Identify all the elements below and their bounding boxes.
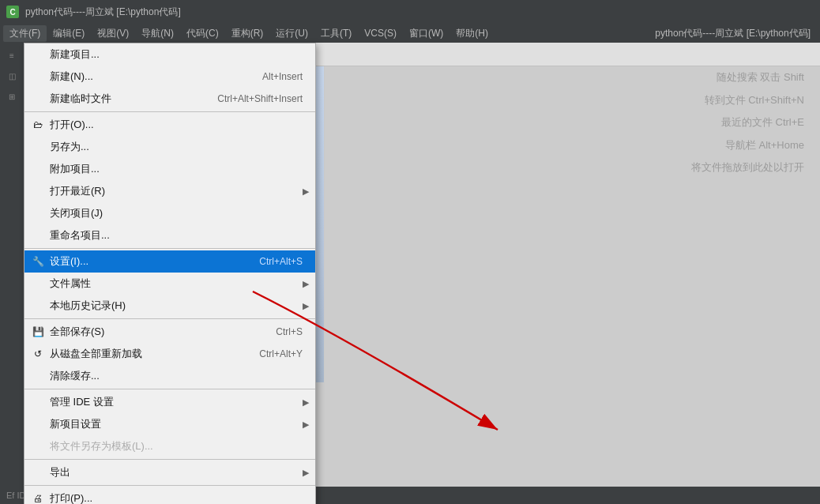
menu-tools[interactable]: 工具(T) <box>314 25 358 42</box>
hint-search: 随处搜索 双击 Shift <box>691 66 804 89</box>
sidebar-btn-1[interactable]: ≡ <box>2 46 21 65</box>
title-bar-text: python代码----周立斌 [E:\python代码] <box>25 6 181 19</box>
wrench-icon: 🔧 <box>31 256 45 267</box>
hint-drag: 将文件拖放到此处以打开 <box>691 156 804 179</box>
menu-item-local-history[interactable]: 本地历史记录(H) ▶ <box>24 295 315 317</box>
separator-3 <box>24 318 315 319</box>
file-dropdown: 新建项目... 新建(N)... Alt+Insert 新建临时文件 Ctrl+… <box>24 43 316 504</box>
sidebar-btn-3[interactable]: ⊞ <box>2 87 21 106</box>
arrow-icon-file-props: ▶ <box>303 279 309 289</box>
menu-item-save-as[interactable]: 另存为... <box>24 136 315 158</box>
menu-item-close-project[interactable]: 关闭项目(J) <box>24 202 315 224</box>
menu-item-print[interactable]: 🖨 打印(P)... <box>24 487 315 504</box>
sidebar: ≡ ◫ ⊞ <box>0 43 24 504</box>
arrow-icon-manage-ide: ▶ <box>303 397 309 408</box>
menu-vcs[interactable]: VCS(S) <box>358 26 403 40</box>
arrow-icon-export: ▶ <box>303 468 309 478</box>
menu-item-open-recent[interactable]: 打开最近(R) ▶ <box>24 180 315 202</box>
arrow-icon-local-history: ▶ <box>303 301 309 311</box>
hint-goto-file: 转到文件 Ctrl+Shift+N <box>691 89 804 112</box>
menu-navigate[interactable]: 导航(N) <box>135 25 180 42</box>
title-bar: C python代码----周立斌 [E:\python代码] <box>0 0 820 24</box>
separator-6 <box>24 485 315 486</box>
reload-icon: ↺ <box>31 348 45 359</box>
separator-2 <box>24 248 315 249</box>
menu-help[interactable]: 帮助(H) <box>449 25 495 42</box>
folder-icon: 🗁 <box>31 119 45 130</box>
menu-refactor[interactable]: 重构(R) <box>225 25 270 42</box>
separator-5 <box>24 459 315 460</box>
print-icon: 🖨 <box>31 493 45 504</box>
menu-item-new-temp[interactable]: 新建临时文件 Ctrl+Alt+Shift+Insert <box>24 88 315 110</box>
menu-item-manage-ide[interactable]: 管理 IDE 设置 ▶ <box>24 391 315 413</box>
menu-item-settings[interactable]: 🔧 设置(I)... Ctrl+Alt+S <box>24 250 315 273</box>
hint-navbar: 导航栏 Alt+Home <box>691 134 804 157</box>
hint-recent-files: 最近的文件 Ctrl+E <box>691 111 804 134</box>
menu-item-save-as-template: 将文件另存为模板(L)... <box>24 435 315 457</box>
separator-4 <box>24 389 315 389</box>
save-icon: 💾 <box>31 326 45 337</box>
separator-1 <box>24 111 315 112</box>
menu-item-export[interactable]: 导出 ▶ <box>24 461 315 483</box>
menu-item-open[interactable]: 🗁 打开(O)... <box>24 114 315 136</box>
menu-item-attach[interactable]: 附加项目... <box>24 158 315 180</box>
menu-item-new-project[interactable]: 新建项目... <box>24 43 315 66</box>
menu-item-clear-cache[interactable]: 清除缓存... <box>24 365 315 387</box>
dropdown-menu-content: 新建项目... 新建(N)... Alt+Insert 新建临时文件 Ctrl+… <box>24 43 316 504</box>
menu-item-file-props[interactable]: 文件属性 ▶ <box>24 273 315 295</box>
menu-file[interactable]: 文件(F) <box>3 25 47 42</box>
sidebar-btn-2[interactable]: ◫ <box>2 66 21 85</box>
menu-edit[interactable]: 编辑(E) <box>47 25 91 42</box>
menu-item-new-project-settings[interactable]: 新项目设置 ▶ <box>24 413 315 435</box>
arrow-icon-new-project-settings: ▶ <box>303 419 309 430</box>
menu-code[interactable]: 代码(C) <box>180 25 225 42</box>
menu-item-rename-project[interactable]: 重命名项目... <box>24 224 315 246</box>
window-title: python代码----周立斌 [E:\python代码] <box>655 27 817 40</box>
menu-view[interactable]: 视图(V) <box>91 25 135 42</box>
app-icon: C <box>6 6 19 18</box>
menu-window[interactable]: 窗口(W) <box>403 25 449 42</box>
menu-item-save-all[interactable]: 💾 全部保存(S) Ctrl+S <box>24 321 315 343</box>
menu-item-new[interactable]: 新建(N)... Alt+Insert <box>24 66 315 88</box>
content-area: ⚙ − <box>24 43 820 504</box>
menu-run[interactable]: 运行(U) <box>269 25 314 42</box>
watermark-hints: 随处搜索 双击 Shift 转到文件 Ctrl+Shift+N 最近的文件 Ct… <box>691 66 804 179</box>
main-area: ≡ ◫ ⊞ ⚙ − <box>0 43 820 504</box>
arrow-icon-open-recent: ▶ <box>303 186 309 197</box>
menu-bar: 文件(F) 编辑(E) 视图(V) 导航(N) 代码(C) 重构(R) 运行(U… <box>0 24 820 43</box>
menu-item-reload-all[interactable]: ↺ 从磁盘全部重新加载 Ctrl+Alt+Y <box>24 343 315 365</box>
